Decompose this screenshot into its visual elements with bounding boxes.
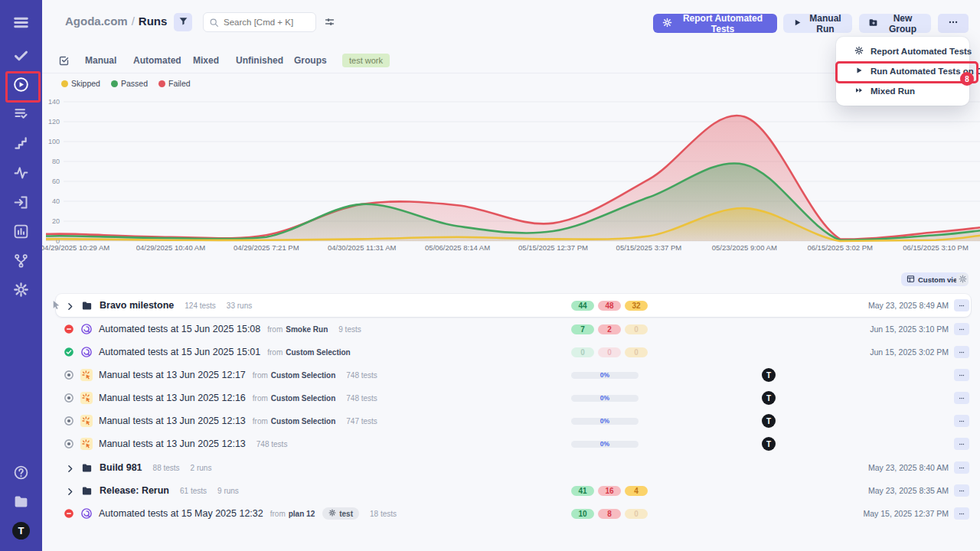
filter-settings-icon[interactable] [324,16,335,28]
badge-skipped: 0 [625,509,648,519]
progress-bar: 0% [571,441,639,448]
run-title[interactable]: Manual tests at 13 Jun 2025 12:13 [99,439,246,449]
sidebar-item-reports[interactable] [13,223,29,240]
y-axis-tick: 60 [52,178,60,185]
row-more-button[interactable] [954,415,969,427]
new-group-button[interactable]: New Group [859,14,931,33]
table-row[interactable]: Manual tests at 13 Jun 2025 12:13748 tes… [56,432,971,455]
run-title[interactable]: Automated tests at 15 Jun 2025 15:01 [99,347,260,357]
row-more-button[interactable] [954,392,969,404]
run-source: plan 12 [289,510,315,518]
badge-skipped: 32 [625,301,648,311]
sidebar-item-tasks[interactable] [13,47,29,64]
manual-run-icon [80,438,93,450]
group-title[interactable]: Bravo milestone [100,300,174,311]
status-passed-icon [64,347,74,357]
run-date: Jun 15, 2025 3:10 PM [870,324,949,334]
run-title[interactable]: Automated tests at 15 May 2025 12:32 [99,508,263,519]
sidebar-item-branches[interactable] [13,253,29,269]
run-date: May 23, 2025 8:35 AM [868,486,949,495]
from-label: from [253,394,268,403]
tab-groups[interactable]: Groups [294,55,327,66]
row-more-button[interactable] [954,438,969,450]
legend-item-skipped[interactable]: Skipped [61,79,100,88]
row-more-button[interactable] [954,369,969,381]
run-source: Smoke Run [286,325,328,334]
expand-chevron-icon[interactable] [65,463,75,473]
run-title[interactable]: Manual tests at 13 Jun 2025 12:16 [99,393,246,403]
expand-chevron-icon[interactable] [65,486,75,496]
row-more-button[interactable] [954,299,969,311]
sidebar-item-settings[interactable] [13,282,29,298]
sidebar-item-import[interactable] [13,194,29,210]
sidebar-item-plans[interactable] [13,106,29,122]
row-more-button[interactable] [954,323,969,335]
row-more-button[interactable] [954,346,969,358]
breadcrumb-separator: / [128,15,139,28]
run-title[interactable]: Manual tests at 13 Jun 2025 12:13 [99,416,246,426]
breadcrumb-project[interactable]: Agoda.com [65,15,128,28]
table-row[interactable]: Release: Rerun61 tests9 runs41164May 23,… [56,479,971,502]
badge-failed: 8 [598,509,621,519]
row-more-button[interactable] [954,461,969,474]
row-more-button[interactable] [954,507,969,520]
y-axis-tick: 140 [48,98,60,106]
run-source: Custom Selection [271,417,335,425]
folder-plus-icon [868,18,878,30]
assignee-avatar: T [762,368,776,382]
manual-run-button[interactable]: Manual Run [783,14,852,33]
group-title[interactable]: Release: Rerun [100,485,169,496]
tab-mixed[interactable]: Mixed [193,55,219,66]
area-failed [46,116,980,241]
table-row[interactable]: Automated tests at 15 May 2025 12:32from… [56,502,971,525]
select-all-checkbox-icon[interactable] [58,55,70,67]
badge-skipped: 0 [625,347,648,357]
run-title[interactable]: Automated tests at 15 Jun 2025 15:08 [99,324,260,334]
menu-item-report-automated-tests[interactable]: Report Automated Tests [836,41,969,61]
tab-unfinished[interactable]: Unfinished [236,55,283,66]
menu-item-mixed-run[interactable]: Mixed Run [836,81,969,101]
more-actions-button[interactable] [938,14,969,33]
chart-x-axis-labels: 04/29/2025 10:29 AM04/29/2025 10:40 AM04… [42,243,980,254]
sidebar-item-projects[interactable] [13,494,29,510]
from-label: from [253,371,268,380]
sidebar-item-analytics[interactable] [13,165,29,181]
gear-icon [328,509,336,518]
legend-dot-icon [61,80,68,87]
sidebar-item-steps[interactable] [13,135,29,152]
app-logo[interactable]: T [12,522,30,540]
tests-count: 748 tests [346,394,377,403]
legend-dot-icon [111,80,118,87]
legend-item-passed[interactable]: Passed [111,79,148,88]
run-title[interactable]: Manual tests at 13 Jun 2025 12:17 [99,370,246,380]
report-automated-tests-button[interactable]: Report Automated Tests [653,14,777,33]
group-meta: 33 runs [227,302,252,310]
filter-button[interactable] [174,13,192,31]
badge-failed: 0 [598,347,621,357]
badge-passed: 44 [571,301,594,311]
table-row[interactable]: Bravo milestone124 tests33 runs444832May… [56,294,971,317]
tab-automated[interactable]: Automated [133,55,181,66]
manual-run-icon [80,415,93,427]
badge-skipped: 4 [625,486,648,496]
sidebar-item-menu[interactable] [13,15,29,31]
legend-item-failed[interactable]: Failed [158,79,191,88]
table-row[interactable]: Automated tests at 15 Jun 2025 15:01from… [56,341,971,364]
run-date: Jun 15, 2025 3:02 PM [870,347,949,357]
sidebar-item-help[interactable] [13,465,29,481]
annotation-rectangle [835,61,978,83]
view-settings-gear-icon[interactable] [956,273,969,285]
group-title[interactable]: Build 981 [100,462,142,473]
row-more-button[interactable] [954,484,969,497]
table-row[interactable]: Manual tests at 13 Jun 2025 12:17fromCus… [56,364,971,386]
table-row[interactable]: Manual tests at 13 Jun 2025 12:13fromCus… [56,409,971,432]
menu-item-label: Report Automated Tests [871,47,972,56]
expand-chevron-icon[interactable] [65,301,75,311]
table-row[interactable]: Automated tests at 15 Jun 2025 15:08from… [56,318,971,341]
y-axis-tick: 20 [52,217,60,225]
search-input[interactable] [203,12,316,32]
table-row[interactable]: Build 98188 tests2 runsMay 23, 2025 8:40… [56,456,971,479]
tab-manual[interactable]: Manual [85,55,116,66]
table-row[interactable]: Manual tests at 13 Jun 2025 12:16fromCus… [56,386,971,409]
test-work-tag[interactable]: test work [342,54,390,67]
